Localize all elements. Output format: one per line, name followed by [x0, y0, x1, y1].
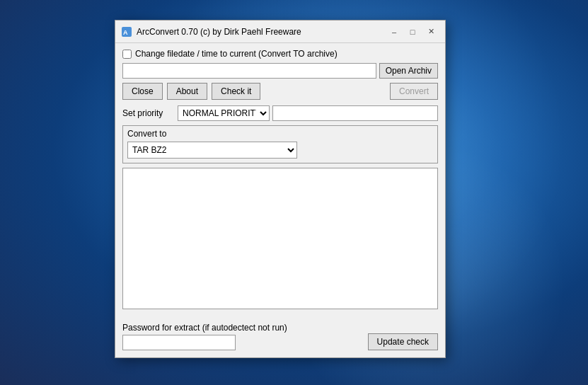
convert-to-select[interactable]: TAR BZ2 ZIP 7Z TAR GZ TAR RAR — [127, 142, 297, 159]
titlebar: A ArcConvert 0.70 (c) by Dirk Paehl Free… — [115, 21, 445, 43]
priority-row: Set priority NORMAL PRIORITY LOW PRIORIT… — [122, 105, 438, 121]
checkbox-row: Change filedate / time to current (Conve… — [122, 49, 438, 59]
priority-extra-field — [272, 105, 438, 121]
password-label: Password for extract (if autodectect not… — [122, 323, 287, 333]
minimize-button[interactable]: – — [386, 24, 403, 40]
filedate-label: Change filedate / time to current (Conve… — [135, 49, 338, 59]
window-title: ArcConvert 0.70 (c) by Dirk Paehl Freewa… — [137, 27, 386, 37]
titlebar-controls: – □ ✕ — [386, 24, 439, 40]
log-textarea[interactable] — [122, 168, 438, 309]
update-check-button[interactable]: Update check — [368, 333, 438, 350]
priority-select[interactable]: NORMAL PRIORITY LOW PRIORITY HIGH PRIORI… — [178, 105, 270, 121]
password-row: Password for extract (if autodectect not… — [122, 323, 438, 350]
convert-button[interactable]: Convert — [390, 83, 438, 100]
priority-label: Set priority — [122, 108, 173, 118]
app-icon: A — [121, 26, 132, 38]
about-button[interactable]: About — [167, 83, 207, 100]
open-archive-button[interactable]: Open Archiv — [379, 63, 438, 79]
maximize-button[interactable]: □ — [404, 24, 421, 40]
password-input[interactable] — [122, 335, 236, 350]
buttons-row: Close About Check it Convert — [122, 83, 438, 100]
window-content: Change filedate / time to current (Conve… — [115, 43, 445, 357]
svg-text:A: A — [123, 29, 128, 36]
filedate-checkbox[interactable] — [122, 50, 132, 59]
app-window: A ArcConvert 0.70 (c) by Dirk Paehl Free… — [115, 20, 446, 358]
password-section: Password for extract (if autodectect not… — [122, 323, 287, 350]
filepath-input[interactable] — [122, 63, 376, 79]
convert-to-group: Convert to TAR BZ2 ZIP 7Z TAR GZ TAR RAR — [122, 125, 438, 163]
convert-to-legend: Convert to — [127, 129, 433, 139]
filepath-row: Open Archiv — [122, 63, 438, 79]
check-it-button[interactable]: Check it — [212, 83, 260, 100]
log-wrapper — [122, 168, 438, 317]
close-window-button[interactable]: ✕ — [422, 24, 439, 40]
close-button[interactable]: Close — [122, 83, 163, 100]
